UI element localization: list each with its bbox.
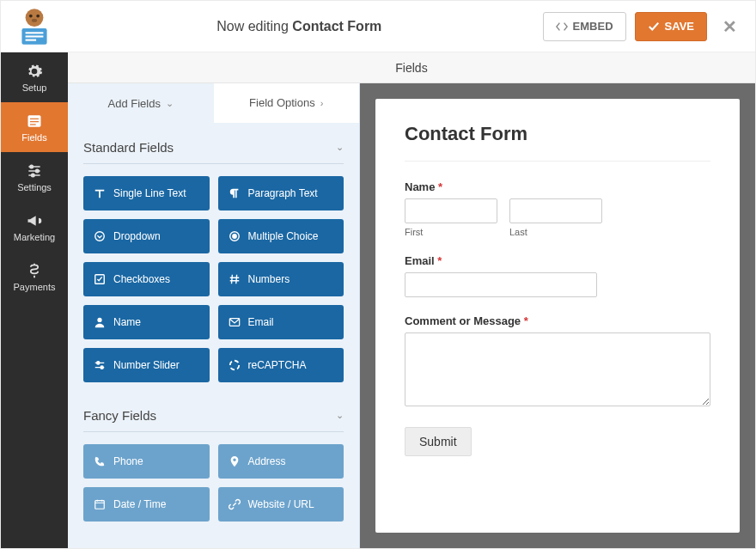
slider-icon — [94, 359, 106, 371]
field-button-multiple-choice[interactable]: Multiple Choice — [218, 219, 344, 253]
sidebar-label: Payments — [14, 282, 56, 292]
editing-form-name: Contact Form — [292, 19, 381, 34]
field-button-label: reCAPTCHA — [248, 359, 307, 371]
panel-tabs: Add Fields ⌄ Field Options › — [68, 83, 359, 123]
bullhorn-icon — [26, 212, 43, 229]
chevron-down-icon: ⌄ — [336, 142, 344, 153]
embed-label: EMBED — [573, 20, 613, 33]
field-button-date-time[interactable]: Date / Time — [83, 487, 210, 522]
svg-point-22 — [101, 366, 103, 369]
field-button-label: Checkboxes — [113, 273, 170, 285]
user-icon — [94, 316, 106, 328]
dollar-icon — [26, 262, 43, 279]
field-label-name: Name * — [405, 180, 710, 193]
field-button-numbers[interactable]: Numbers — [218, 262, 344, 296]
field-button-label: Numbers — [248, 273, 290, 285]
field-button-label: Paragraph Text — [248, 187, 318, 199]
sidebar-item-fields[interactable]: Fields — [1, 102, 68, 152]
dropdown-icon — [94, 230, 106, 242]
phone-icon — [94, 455, 106, 467]
svg-point-0 — [26, 9, 44, 27]
calendar-icon — [94, 498, 106, 510]
field-label-email: Email * — [405, 254, 710, 267]
field-comment[interactable]: Comment or Message * — [405, 314, 710, 410]
sidebar-item-setup[interactable]: Setup — [1, 52, 68, 102]
svg-rect-10 — [30, 121, 39, 122]
section-fancy-fields[interactable]: Fancy Fields ⌄ — [83, 403, 344, 432]
field-button-label: Single Line Text — [113, 187, 186, 199]
gear-icon — [26, 63, 43, 80]
code-icon — [556, 21, 568, 33]
sub-label-last: Last — [509, 227, 602, 237]
sidebar-label: Fields — [21, 132, 46, 143]
editing-title: Now editing Contact Form — [64, 19, 534, 34]
fields-scroll-area[interactable]: Standard Fields ⌄ Single Line TextParagr… — [68, 123, 359, 548]
svg-rect-6 — [26, 35, 44, 37]
svg-point-3 — [32, 18, 37, 21]
field-button-single-line-text[interactable]: Single Line Text — [83, 176, 210, 210]
field-button-label: Phone — [113, 455, 143, 467]
field-button-website-url[interactable]: Website / URL — [218, 487, 344, 522]
list-icon — [26, 113, 43, 130]
sidebar-item-payments[interactable]: Payments — [1, 252, 68, 302]
tab-label: Field Options — [249, 96, 315, 109]
paragraph-icon — [229, 187, 241, 199]
form-preview[interactable]: Contact Form Name * First — [375, 99, 740, 533]
close-button[interactable]: ✕ — [716, 16, 743, 37]
field-button-phone[interactable]: Phone — [83, 444, 210, 479]
svg-rect-5 — [26, 32, 44, 34]
field-label-comment: Comment or Message * — [405, 314, 710, 327]
input-comment[interactable] — [405, 332, 710, 406]
input-email[interactable] — [405, 272, 597, 297]
tab-add-fields[interactable]: Add Fields ⌄ — [68, 83, 214, 123]
form-preview-area: Contact Form Name * First — [360, 83, 755, 548]
sliders-icon — [26, 162, 43, 180]
field-button-label: Website / URL — [248, 498, 314, 510]
app-logo — [13, 5, 56, 48]
svg-point-1 — [29, 14, 33, 17]
field-button-name[interactable]: Name — [83, 305, 210, 339]
field-button-checkboxes[interactable]: Checkboxes — [83, 262, 210, 296]
sidebar-item-marketing[interactable]: Marketing — [1, 202, 68, 252]
radio-icon — [229, 230, 241, 242]
field-button-label: Date / Time — [113, 498, 166, 510]
field-button-paragraph-text[interactable]: Paragraph Text — [218, 176, 344, 210]
envelope-icon — [229, 316, 241, 328]
field-email[interactable]: Email * — [405, 254, 710, 297]
field-button-email[interactable]: Email — [218, 305, 344, 339]
sidebar-label: Settings — [17, 182, 52, 192]
sidebar-label: Setup — [22, 82, 47, 93]
field-button-label: Number Slider — [113, 359, 180, 371]
svg-point-13 — [36, 169, 39, 172]
svg-point-15 — [95, 232, 105, 241]
input-first-name[interactable] — [405, 198, 497, 223]
field-name[interactable]: Name * First Last — [405, 180, 710, 237]
tab-field-options[interactable]: Field Options › — [214, 83, 360, 123]
field-button-dropdown[interactable]: Dropdown — [83, 219, 210, 253]
input-last-name[interactable] — [509, 198, 602, 223]
left-sidebar: Setup Fields Settings Marketing Payments — [1, 52, 68, 548]
save-button[interactable]: SAVE — [635, 12, 707, 41]
field-button-recaptcha[interactable]: reCAPTCHA — [218, 348, 344, 382]
svg-point-2 — [36, 14, 40, 17]
field-button-address[interactable]: Address — [218, 444, 344, 479]
top-header: Now editing Contact Form EMBED SAVE ✕ — [1, 1, 755, 52]
section-standard-fields[interactable]: Standard Fields ⌄ — [83, 135, 344, 164]
field-button-label: Name — [113, 316, 141, 328]
check-icon — [648, 21, 660, 33]
sidebar-item-settings[interactable]: Settings — [1, 152, 68, 202]
chevron-down-icon: ⌄ — [336, 410, 344, 421]
form-title: Contact Form — [405, 123, 710, 162]
svg-rect-7 — [26, 39, 37, 40]
field-button-number-slider[interactable]: Number Slider — [83, 348, 210, 382]
svg-point-17 — [232, 235, 235, 238]
hash-icon — [229, 273, 241, 285]
embed-button[interactable]: EMBED — [543, 12, 626, 41]
tab-label: Add Fields — [108, 97, 161, 110]
pin-icon — [229, 455, 241, 467]
submit-button[interactable]: Submit — [405, 427, 472, 456]
svg-point-21 — [97, 362, 100, 364]
field-button-label: Multiple Choice — [248, 230, 319, 242]
text-icon — [94, 187, 106, 199]
chevron-right-icon: › — [320, 98, 324, 108]
